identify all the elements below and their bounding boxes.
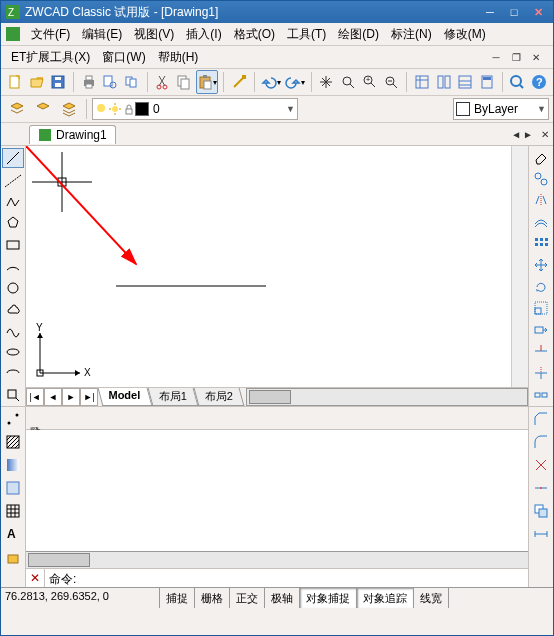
point-tool[interactable] <box>3 409 23 429</box>
help-button[interactable]: ? <box>529 70 549 94</box>
doc-close-button[interactable]: ✕ <box>527 50 545 64</box>
dimension-tool[interactable] <box>531 524 551 544</box>
new-button[interactable] <box>5 70 25 94</box>
gradient-tool[interactable] <box>3 455 23 475</box>
rotate-tool[interactable] <box>531 277 551 296</box>
spline-tool[interactable] <box>3 321 23 339</box>
move-tool[interactable] <box>531 256 551 275</box>
copy-button[interactable] <box>175 70 195 94</box>
chamfer-tool[interactable] <box>531 409 551 429</box>
grid-toggle[interactable]: 栅格 <box>195 588 230 608</box>
rectangle-tool[interactable] <box>3 236 23 254</box>
pan-button[interactable] <box>316 70 336 94</box>
circle-tool[interactable] <box>3 279 23 297</box>
offset-tool[interactable] <box>531 213 551 232</box>
find-button[interactable] <box>508 70 528 94</box>
menu-file[interactable]: 文件(F) <box>25 24 76 45</box>
zoom-realtime-button[interactable] <box>338 70 358 94</box>
color-dropdown[interactable]: ByLayer ▼ <box>453 98 549 120</box>
osnap-toggle[interactable]: 对象捕捉 <box>300 588 357 608</box>
minimize-button[interactable]: ─ <box>479 4 501 20</box>
layer-states-button[interactable] <box>57 97 81 121</box>
open-button[interactable] <box>27 70 47 94</box>
break-tool[interactable] <box>531 385 551 404</box>
layer-manager-button[interactable] <box>5 97 29 121</box>
horizontal-scrollbar[interactable] <box>246 388 528 406</box>
revcloud-tool[interactable] <box>3 300 23 318</box>
drawing-canvas[interactable]: X Y <box>26 146 511 387</box>
print-button[interactable] <box>79 70 99 94</box>
tab-layout2[interactable]: 布局2 <box>193 388 244 406</box>
redo-button[interactable]: ▾ <box>284 70 306 94</box>
arc-tool[interactable] <box>3 257 23 275</box>
menu-insert[interactable]: 插入(I) <box>180 24 227 45</box>
ortho-toggle[interactable]: 正交 <box>230 588 265 608</box>
maximize-button[interactable]: □ <box>503 4 525 20</box>
zoom-window-button[interactable]: + <box>360 70 380 94</box>
menu-edit[interactable]: 编辑(E) <box>76 24 128 45</box>
tab-last-button[interactable]: ►| <box>80 388 98 406</box>
command-input[interactable] <box>78 569 528 587</box>
tab-nav-next[interactable]: ► <box>523 129 533 140</box>
construction-line-tool[interactable] <box>3 171 23 189</box>
block-tool[interactable] <box>3 547 23 567</box>
tab-layout1[interactable]: 布局1 <box>147 388 198 406</box>
menu-window[interactable]: 窗口(W) <box>96 47 151 68</box>
tab-model[interactable]: Model <box>98 388 153 406</box>
vertical-scrollbar[interactable] <box>511 146 528 387</box>
scale-tool[interactable] <box>531 299 551 318</box>
polygon-tool[interactable] <box>3 214 23 232</box>
cut-button[interactable] <box>153 70 173 94</box>
tab-prev-button[interactable]: ◄ <box>44 388 62 406</box>
ellipse-arc-tool[interactable] <box>3 364 23 382</box>
menu-dim[interactable]: 标注(N) <box>385 24 438 45</box>
explode-tool[interactable] <box>531 455 551 475</box>
layer-dropdown[interactable]: 0 ▼ <box>92 98 298 120</box>
ellipse-tool[interactable] <box>3 343 23 361</box>
stretch-tool[interactable] <box>531 321 551 340</box>
paste-button[interactable]: ▾ <box>196 70 218 94</box>
doc-restore-button[interactable]: ❐ <box>507 50 525 64</box>
tab-nav-prev[interactable]: ◄ <box>511 129 521 140</box>
menu-modify[interactable]: 修改(M) <box>438 24 492 45</box>
extend-tool[interactable] <box>531 364 551 383</box>
command-history[interactable] <box>26 430 528 551</box>
menu-view[interactable]: 视图(V) <box>128 24 180 45</box>
menu-format[interactable]: 格式(O) <box>228 24 281 45</box>
tab-next-button[interactable]: ► <box>62 388 80 406</box>
mtext-tool[interactable]: A <box>3 524 23 544</box>
join-tool[interactable] <box>531 478 551 498</box>
insert-block-tool[interactable] <box>3 386 23 404</box>
tab-first-button[interactable]: |◄ <box>26 388 44 406</box>
close-button[interactable]: ✕ <box>527 4 549 20</box>
doc-minimize-button[interactable]: ─ <box>487 50 505 64</box>
line-tool[interactable] <box>2 148 24 168</box>
polar-toggle[interactable]: 极轴 <box>265 588 300 608</box>
menu-help[interactable]: 帮助(H) <box>152 47 205 68</box>
layer-prev-button[interactable] <box>31 97 55 121</box>
trim-tool[interactable] <box>531 342 551 361</box>
menu-tools[interactable]: 工具(T) <box>281 24 332 45</box>
array-tool[interactable] <box>531 234 551 253</box>
draworder-tool[interactable] <box>531 501 551 521</box>
match-prop-button[interactable] <box>229 70 249 94</box>
fillet-tool[interactable] <box>531 432 551 452</box>
tab-nav-close[interactable]: ✕ <box>541 129 549 140</box>
menu-draw[interactable]: 绘图(D) <box>332 24 385 45</box>
menu-et-tools[interactable]: ET扩展工具(X) <box>5 47 96 68</box>
tool-palettes-button[interactable] <box>455 70 475 94</box>
copy-tool[interactable] <box>531 170 551 189</box>
properties-button[interactable] <box>412 70 432 94</box>
region-tool[interactable] <box>3 478 23 498</box>
polyline-tool[interactable] <box>3 193 23 211</box>
save-button[interactable] <box>48 70 68 94</box>
erase-tool[interactable] <box>531 148 551 167</box>
snap-toggle[interactable]: 捕捉 <box>160 588 195 608</box>
table-tool[interactable] <box>3 501 23 521</box>
doc-tab-drawing1[interactable]: Drawing1 <box>29 125 116 144</box>
mirror-tool[interactable] <box>531 191 551 210</box>
command-close-button[interactable]: ✕ <box>26 569 45 587</box>
design-center-button[interactable] <box>434 70 454 94</box>
otrack-toggle[interactable]: 对象追踪 <box>357 588 414 608</box>
hatch-tool[interactable] <box>3 432 23 452</box>
